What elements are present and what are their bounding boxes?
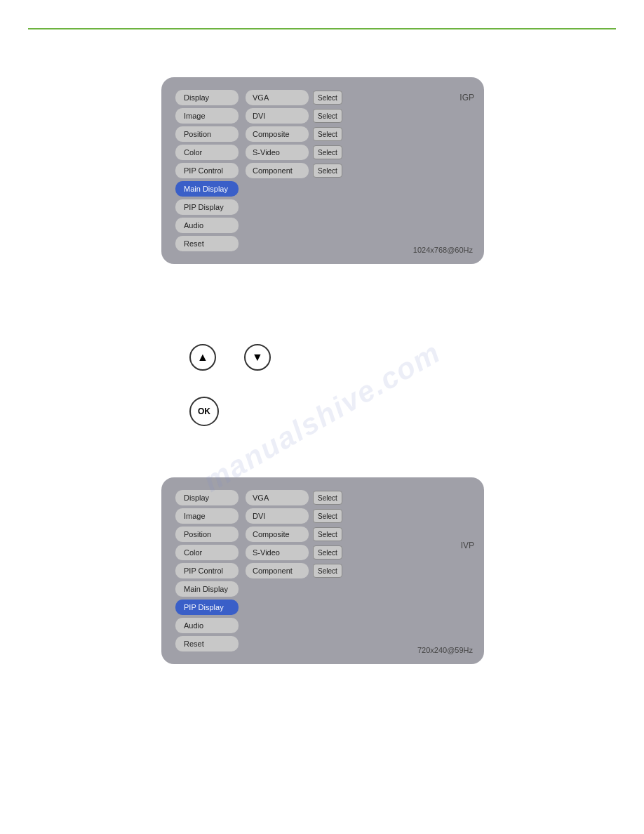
input-row-svideo-2: S-Video Select xyxy=(246,545,342,560)
panel1-inputs: VGA Select DVI Select Composite Select S… xyxy=(246,90,342,251)
input-row-component-2: Component Select xyxy=(246,563,342,578)
select-composite-1[interactable]: Select xyxy=(313,127,342,141)
arrows-area: ▲ ▼ xyxy=(189,344,271,371)
igp-label: IGP xyxy=(459,93,474,102)
panel2-inputs: VGA Select DVI Select Composite Select S… xyxy=(246,490,342,651)
nav-maindisplay-1[interactable]: Main Display xyxy=(175,181,239,197)
nav-position-2[interactable]: Position xyxy=(175,527,239,542)
nav-display-1[interactable]: Display xyxy=(175,90,239,105)
select-vga-1[interactable]: Select xyxy=(313,91,342,105)
ivp-label: IVP xyxy=(461,541,474,550)
input-row-composite-2: Composite Select xyxy=(246,527,342,542)
nav-reset-2[interactable]: Reset xyxy=(175,636,239,651)
nav-color-1[interactable]: Color xyxy=(175,145,239,160)
nav-maindisplay-2[interactable]: Main Display xyxy=(175,581,239,597)
composite-label-1: Composite xyxy=(246,126,309,142)
input-row-svideo-1: S-Video Select xyxy=(246,145,342,160)
ok-area: OK xyxy=(189,397,219,426)
input-row-component-1: Component Select xyxy=(246,163,342,178)
nav-pipcontrol-2[interactable]: PIP Control xyxy=(175,563,239,578)
dvi-label-1: DVI xyxy=(246,108,309,124)
nav-display-2[interactable]: Display xyxy=(175,490,239,505)
panel2-nav: Display Image Position Color PIP Control… xyxy=(175,490,240,651)
nav-pipdisplay-1[interactable]: PIP Display xyxy=(175,199,239,215)
nav-pipdisplay-2[interactable]: PIP Display xyxy=(175,600,239,615)
resolution-label-1: 1024x768@60Hz xyxy=(413,246,473,254)
dvi-label-2: DVI xyxy=(246,508,309,524)
panel-1: IGP Display Image Position Color PIP Con… xyxy=(161,77,484,264)
select-component-2[interactable]: Select xyxy=(313,564,342,578)
select-svideo-2[interactable]: Select xyxy=(313,545,342,560)
input-row-vga-1: VGA Select xyxy=(246,90,342,105)
svideo-label-2: S-Video xyxy=(246,545,309,560)
input-row-dvi-2: DVI Select xyxy=(246,508,342,524)
panel1-content: Display Image Position Color PIP Control… xyxy=(175,90,470,251)
svideo-label-1: S-Video xyxy=(246,145,309,160)
down-arrow-btn[interactable]: ▼ xyxy=(244,344,271,371)
nav-audio-1[interactable]: Audio xyxy=(175,218,239,233)
input-row-composite-1: Composite Select xyxy=(246,126,342,142)
panel1-nav: Display Image Position Color PIP Control… xyxy=(175,90,240,251)
nav-reset-1[interactable]: Reset xyxy=(175,236,239,251)
panel-2: IVP Display Image Position Color PIP Con… xyxy=(161,477,484,664)
input-row-vga-2: VGA Select xyxy=(246,490,342,505)
ok-button[interactable]: OK xyxy=(189,397,219,426)
top-line xyxy=(28,28,616,29)
up-arrow-btn[interactable]: ▲ xyxy=(189,344,216,371)
nav-image-1[interactable]: Image xyxy=(175,108,239,124)
nav-pipcontrol-1[interactable]: PIP Control xyxy=(175,163,239,178)
nav-audio-2[interactable]: Audio xyxy=(175,618,239,633)
nav-image-2[interactable]: Image xyxy=(175,508,239,524)
input-row-dvi-1: DVI Select xyxy=(246,108,342,124)
select-component-1[interactable]: Select xyxy=(313,164,342,178)
component-label-2: Component xyxy=(246,563,309,578)
component-label-1: Component xyxy=(246,163,309,178)
vga-label-2: VGA xyxy=(246,490,309,505)
nav-position-1[interactable]: Position xyxy=(175,126,239,142)
select-svideo-1[interactable]: Select xyxy=(313,145,342,159)
select-vga-2[interactable]: Select xyxy=(313,491,342,505)
select-dvi-1[interactable]: Select xyxy=(313,109,342,123)
panel2-content: Display Image Position Color PIP Control… xyxy=(175,490,470,651)
vga-label-1: VGA xyxy=(246,90,309,105)
resolution-label-2: 720x240@59Hz xyxy=(417,646,473,654)
select-dvi-2[interactable]: Select xyxy=(313,509,342,523)
nav-color-2[interactable]: Color xyxy=(175,545,239,560)
composite-label-2: Composite xyxy=(246,527,309,542)
select-composite-2[interactable]: Select xyxy=(313,527,342,541)
